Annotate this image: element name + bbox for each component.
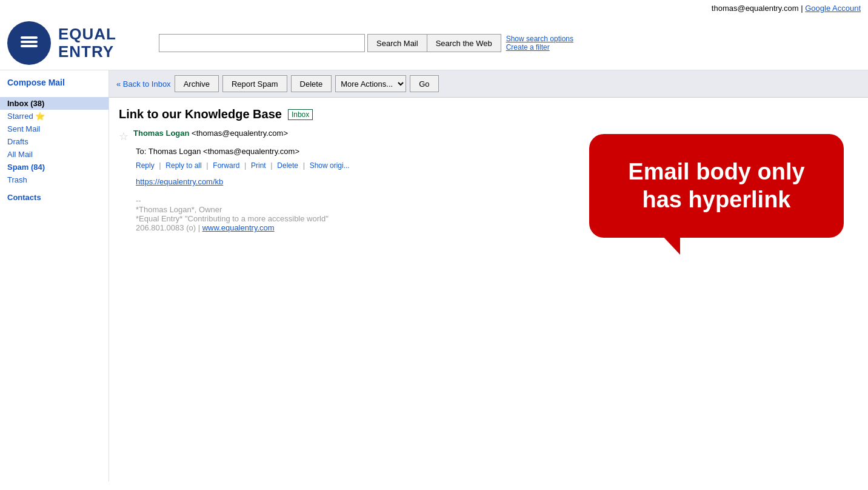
show-search-options-link[interactable]: Show search options [506,35,573,43]
search-input[interactable] [159,34,365,52]
kb-link[interactable]: https://equalentry.com/kb [136,177,223,186]
reply-link[interactable]: Reply [136,161,155,170]
sidebar-item-trash[interactable]: Trash [0,173,109,186]
logo-icon [7,21,51,65]
sidebar-item-starred[interactable]: Starred ⭐ [0,110,109,122]
user-email: thomas@equalentry.com [712,4,799,13]
content-area: « Back to Inbox Archive Report Spam Dele… [109,70,868,482]
sidebar-item-contacts[interactable]: Contacts [0,191,109,204]
sidebar: Compose Mail Inbox (38) Starred ⭐ Sent M… [0,70,109,482]
show-original-link[interactable]: Show origi... [310,161,350,170]
email-subject-line: Link to our Knowledge Base Inbox [119,107,858,121]
search-web-button[interactable]: Search the Web [427,34,501,52]
report-spam-button[interactable]: Report Spam [222,75,287,92]
reply-all-link[interactable]: Reply to all [165,161,201,170]
svg-rect-3 [21,36,38,39]
sender-name: Thomas Logan [133,129,189,138]
logo-line1: EQUAL [58,25,116,43]
archive-button[interactable]: Archive [175,75,219,92]
search-area: Search Mail Search the Web Show search o… [159,34,573,52]
delete-button[interactable]: Delete [291,75,332,92]
print-link[interactable]: Print [251,161,266,170]
email-subject: Link to our Knowledge Base [119,107,282,121]
sender-email: <thomas@equalentry.com> [192,129,288,138]
sidebar-item-inbox[interactable]: Inbox (38) [0,97,109,110]
email-label-badge[interactable]: Inbox [288,109,313,120]
more-actions-select[interactable]: More Actions... [335,75,406,92]
signature-website-link[interactable]: www.equalentry.com [202,223,275,232]
back-to-inbox-link[interactable]: « Back to Inbox [116,79,171,89]
delete-inline-link[interactable]: Delete [277,161,298,170]
header: EQUAL ENTRY Search Mail Search the Web S… [0,16,868,70]
compose-mail-link[interactable]: Compose Mail [0,75,109,92]
email-from: Thomas Logan <thomas@equalentry.com> [133,129,288,138]
top-bar: thomas@equalentry.com | Google Account [0,0,868,16]
sidebar-item-spam[interactable]: Spam (84) [0,161,109,173]
star-icon[interactable]: ☆ [119,130,129,143]
go-button[interactable]: Go [410,75,438,92]
google-account-link[interactable]: Google Account [805,4,861,13]
logo-line2: ENTRY [58,43,116,61]
main-layout: Compose Mail Inbox (38) Starred ⭐ Sent M… [0,70,868,482]
email-view: Link to our Knowledge Base Inbox ☆ Thoma… [109,98,868,242]
sidebar-item-drafts[interactable]: Drafts [0,135,109,148]
create-filter-link[interactable]: Create a filter [506,43,573,52]
callout-line2: has hyperlink [643,187,791,212]
search-links: Show search options Create a filter [506,35,573,52]
search-mail-button[interactable]: Search Mail [367,34,427,52]
callout-line1: Email body only [628,159,804,184]
callout-bubble: Email body only has hyperlink [589,134,844,238]
separator: | [801,4,803,13]
sidebar-item-all-mail[interactable]: All Mail [0,148,109,161]
action-bar: « Back to Inbox Archive Report Spam Dele… [109,70,868,98]
logo-text: EQUAL ENTRY [58,25,116,60]
svg-rect-1 [21,41,38,43]
logo-area: EQUAL ENTRY [7,21,153,65]
sidebar-item-sent[interactable]: Sent Mail [0,122,109,135]
search-row: Search Mail Search the Web Show search o… [159,34,573,52]
forward-link[interactable]: Forward [213,161,239,170]
svg-rect-2 [21,45,38,47]
signature-phone: 206.801.0083 (o) | [136,223,200,232]
